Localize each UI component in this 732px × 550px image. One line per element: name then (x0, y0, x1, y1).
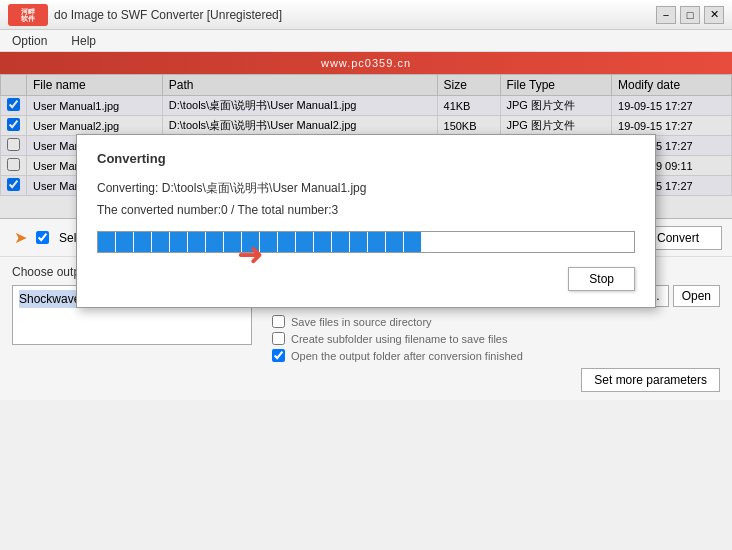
progress-bar-fill (98, 232, 634, 252)
progress-segment (116, 232, 134, 252)
progress-segment (296, 232, 314, 252)
progress-segment (404, 232, 422, 252)
title-bar: 河畔软件 do Image to SWF Converter [Unregist… (0, 0, 732, 30)
close-button[interactable]: ✕ (704, 6, 724, 24)
dialog-title: Converting (97, 151, 635, 166)
more-params-button[interactable]: Set more parameters (581, 368, 720, 392)
menu-help[interactable]: Help (65, 32, 102, 50)
open-button[interactable]: Open (673, 285, 720, 307)
progress-segment (332, 232, 350, 252)
progress-segment (170, 232, 188, 252)
progress-segment (278, 232, 296, 252)
output-checkbox-1[interactable] (272, 332, 285, 345)
converting-dialog: Converting Converting: D:\tools\桌面\说明书\U… (76, 134, 656, 308)
output-checkbox-label-1: Create subfolder using filename to save … (291, 333, 507, 345)
dialog-progress-label: The converted number:0 / The total numbe… (97, 203, 635, 217)
watermark-bar: www.pc0359.cn (0, 52, 732, 74)
output-checkbox-row: Open the output folder after conversion … (272, 349, 720, 362)
progress-segment (386, 232, 404, 252)
progress-segment (152, 232, 170, 252)
output-checkbox-label-2: Open the output folder after conversion … (291, 350, 523, 362)
orange-arrow-icon: ➤ (10, 228, 30, 248)
maximize-button[interactable]: □ (680, 6, 700, 24)
progress-bar-container (97, 231, 635, 253)
progress-segment (98, 232, 116, 252)
progress-segment (206, 232, 224, 252)
select-all-checkbox[interactable] (36, 231, 49, 244)
output-checkbox-row: Create subfolder using filename to save … (272, 332, 720, 345)
arrow-indicator: ➜ (237, 237, 264, 275)
dialog-overlay: Converting Converting: D:\tools\桌面\说明书\U… (0, 74, 732, 219)
stop-button[interactable]: Stop (568, 267, 635, 291)
output-checkbox-row: Save files in source directory (272, 315, 720, 328)
progress-segment (368, 232, 386, 252)
output-checkbox-label-0: Save files in source directory (291, 316, 432, 328)
progress-segment (350, 232, 368, 252)
menu-option[interactable]: Option (6, 32, 53, 50)
progress-segment (188, 232, 206, 252)
output-checkbox-0[interactable] (272, 315, 285, 328)
progress-segment (134, 232, 152, 252)
menu-bar: Option Help (0, 30, 732, 52)
app-logo: 河畔软件 (8, 4, 48, 26)
progress-segment (314, 232, 332, 252)
minimize-button[interactable]: − (656, 6, 676, 24)
dialog-converting-info: Converting: D:\tools\桌面\说明书\User Manual1… (97, 180, 635, 197)
output-checkbox-2[interactable] (272, 349, 285, 362)
window-title: do Image to SWF Converter [Unregistered] (54, 8, 656, 22)
